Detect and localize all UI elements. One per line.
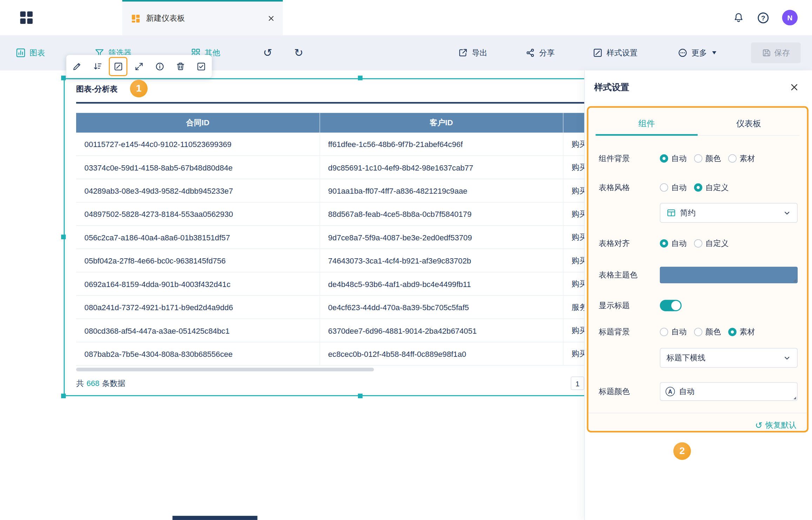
table-grid-icon (667, 208, 676, 218)
table-row[interactable]: 03374c0e-59d1-4158-8ab5-67b48d80d84ed9c8… (76, 156, 658, 179)
label-table-align: 表格对齐 (599, 239, 660, 248)
radio-label: 自动 (671, 327, 687, 337)
column-header[interactable]: 合同ID (76, 113, 320, 133)
share-button[interactable]: 分享 (525, 35, 555, 70)
style-settings-button[interactable]: 样式设置 (593, 35, 638, 70)
font-color-icon: A (666, 387, 675, 396)
horizontal-scrollbar[interactable] (76, 368, 374, 371)
title-bg-material-select[interactable]: 标题下横线 (660, 348, 798, 368)
table-row[interactable]: 05bf042a-27f8-4e66-bc0c-9638145fd7567464… (76, 249, 658, 272)
share-icon (525, 48, 536, 58)
toggle-knob (671, 301, 681, 311)
table-row[interactable]: 04289ab3-08e3-49d3-9582-4dbb945233e7901a… (76, 179, 658, 202)
table-row[interactable]: 0692a164-8159-4dda-901b-4003f432d41cde4b… (76, 272, 658, 295)
radio-label: 素材 (740, 327, 755, 337)
select-checkbox-icon[interactable] (193, 58, 209, 74)
partial-widget-edge (173, 516, 258, 520)
table-row[interactable]: 080a241d-7372-4921-b171-b9ed2d4a9dd60e4c… (76, 295, 658, 319)
table-style-select[interactable]: 简约 (660, 203, 798, 223)
help-icon[interactable]: ? (758, 12, 768, 23)
radio-selected-icon (694, 184, 703, 192)
table-row[interactable]: 04897502-5828-4273-8184-553aa056293088d5… (76, 202, 658, 225)
table-widget[interactable]: 图表-分析表 合同ID 客户ID 00115727-e145-44c0-9102… (64, 78, 658, 396)
radio-icon (694, 154, 703, 163)
show-title-toggle[interactable] (660, 300, 681, 311)
expand-icon[interactable] (131, 58, 147, 74)
selection-handle[interactable] (61, 75, 66, 80)
radio-table-style-custom[interactable]: 自定义 (694, 182, 729, 192)
radio-table-align-auto[interactable]: 自动 (660, 239, 687, 248)
radio-icon (728, 154, 737, 163)
tab-component[interactable]: 组件 (595, 114, 698, 136)
column-header[interactable]: 客户ID (320, 113, 563, 133)
more-label: 更多 (691, 48, 707, 58)
label-title-color: 标题颜色 (599, 387, 660, 396)
export-button[interactable]: 导出 (458, 35, 487, 70)
radio-component-bg-color[interactable]: 颜色 (694, 154, 721, 164)
radio-icon (694, 328, 703, 336)
style-settings-label: 样式设置 (606, 48, 638, 58)
notifications-icon[interactable] (733, 12, 744, 23)
restore-defaults-button[interactable]: ↺ 恢复默认 (588, 419, 807, 432)
undo-button[interactable]: ↺ (263, 35, 272, 70)
radio-label: 颜色 (705, 327, 721, 337)
tab-new-dashboard[interactable]: 新建仪表板 (122, 0, 283, 35)
style-settings-icon (593, 48, 603, 58)
radio-table-style-auto[interactable]: 自动 (660, 182, 687, 192)
tab-dashboard[interactable]: 仪表板 (698, 114, 800, 135)
selection-handle[interactable] (61, 235, 66, 239)
add-chart-button[interactable]: 图表 (15, 35, 45, 70)
selection-handle[interactable] (358, 394, 362, 398)
restore-defaults-label: 恢复默认 (766, 420, 797, 430)
table-row[interactable]: 056c2ca7-a186-40a4-a8a6-01b38151df579d7c… (76, 226, 658, 249)
label-title-bg: 标题背景 (599, 327, 660, 337)
tab-title: 新建仪表板 (146, 13, 185, 23)
tab-close-icon[interactable] (268, 15, 274, 22)
panel-tabs: 组件 仪表板 (595, 114, 800, 136)
radio-selected-icon (660, 154, 668, 163)
radio-component-bg-material[interactable]: 素材 (728, 154, 755, 164)
info-icon[interactable] (152, 58, 168, 74)
record-count-number: 668 (86, 379, 99, 387)
save-icon (762, 48, 771, 58)
radio-title-bg-color[interactable]: 颜色 (694, 327, 721, 337)
title-bg-material-value: 标题下横线 (667, 353, 706, 363)
table-row[interactable]: 00115727-e145-44c0-9102-110523699369ff61… (76, 133, 658, 156)
chevron-down-icon (783, 209, 791, 217)
panel-close-icon[interactable] (790, 83, 799, 92)
table-row[interactable]: 080cd368-af54-447a-a3ae-051425c84bc16370… (76, 319, 658, 342)
radio-label: 自动 (671, 154, 687, 164)
topbar-actions: ? N (733, 0, 798, 35)
record-count: 共668条数据 (76, 375, 125, 391)
title-underline (76, 102, 657, 104)
corner-caret-icon (793, 397, 796, 399)
widget-action-toolbar (66, 55, 212, 78)
delete-icon[interactable] (172, 58, 189, 74)
edit-icon[interactable] (68, 58, 85, 74)
app-logo-icon[interactable] (19, 10, 34, 25)
save-button[interactable]: 保存 (751, 42, 801, 63)
title-color-value: 自动 (679, 387, 694, 396)
redo-button[interactable]: ↻ (294, 35, 303, 70)
table-row[interactable]: 087bab2a-7b5e-4304-808a-830b68556ceeec8c… (76, 342, 658, 365)
radio-icon (694, 239, 703, 248)
title-color-picker[interactable]: A 自动 (660, 382, 798, 401)
radio-title-bg-auto[interactable]: 自动 (660, 327, 687, 337)
avatar[interactable]: N (782, 10, 798, 25)
selection-handle[interactable] (358, 75, 362, 80)
style-icon[interactable] (110, 58, 126, 74)
undo-icon: ↺ (263, 35, 272, 70)
label-table-theme-color: 表格主题色 (599, 270, 660, 280)
table-theme-color-picker[interactable] (660, 267, 798, 283)
more-button[interactable]: 更多 (678, 35, 717, 70)
pagination-page-1[interactable]: 1 (571, 376, 584, 390)
export-icon (458, 48, 468, 58)
sort-icon[interactable] (89, 58, 106, 74)
radio-label: 颜色 (705, 154, 721, 164)
radio-component-bg-auto[interactable]: 自动 (660, 154, 687, 164)
radio-title-bg-material[interactable]: 素材 (728, 327, 755, 337)
annotation-step-2: 2 (673, 442, 691, 460)
selection-handle[interactable] (61, 394, 66, 398)
radio-table-align-custom[interactable]: 自定义 (694, 239, 729, 248)
radio-label: 素材 (740, 154, 755, 164)
